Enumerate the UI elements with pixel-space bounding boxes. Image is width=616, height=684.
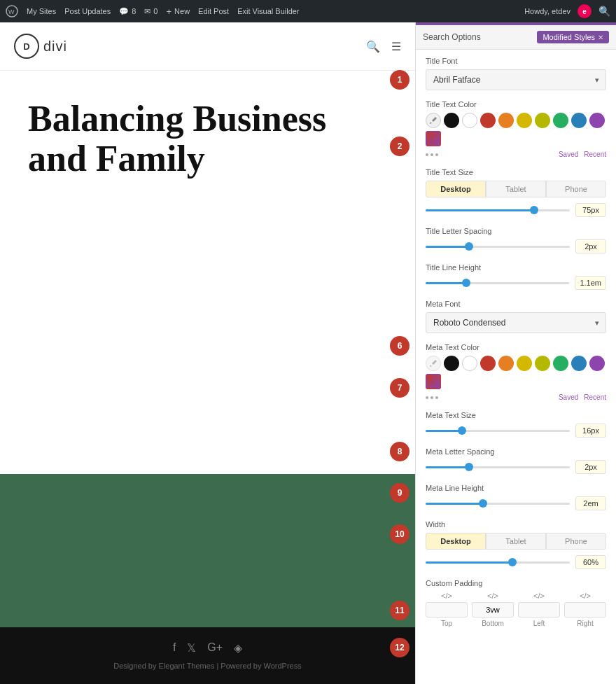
post-title: Balancing Business and Family (28, 99, 387, 179)
meta-font-select-wrapper[interactable]: Roboto Condensed Arial Georgia (426, 312, 606, 333)
width-value[interactable]: 60% (575, 555, 606, 569)
meta-recent-link[interactable]: Recent (584, 393, 606, 401)
site-menu-icon[interactable]: ☰ (391, 40, 401, 53)
meta-blue-swatch[interactable] (571, 356, 587, 371)
edit-post-item[interactable]: Edit Post (198, 7, 229, 15)
title-font-select[interactable]: Abril Fatface Arial Georgia (426, 69, 606, 90)
recent-link[interactable]: Recent (584, 151, 606, 158)
twitter-icon[interactable]: 𝕏 (187, 641, 196, 655)
logo-circle: D (14, 34, 39, 59)
meta-line-height-track[interactable] (426, 503, 570, 505)
facebook-icon[interactable]: f (173, 641, 176, 655)
width-track[interactable] (426, 561, 570, 564)
meta-letter-spacing-track[interactable] (426, 466, 570, 468)
red-swatch[interactable] (480, 113, 496, 128)
modified-styles-badge[interactable]: Modified Styles ✕ (537, 31, 609, 43)
meta-letter-spacing-thumb[interactable] (465, 463, 473, 471)
purple-swatch[interactable] (589, 113, 605, 128)
panel-body: Title Font Abril Fatface Arial Georgia T… (416, 50, 616, 684)
rss-icon[interactable]: ◈ (234, 641, 242, 655)
meta-size-track[interactable] (426, 430, 570, 432)
post-updates-item[interactable]: Post Updates (64, 7, 111, 15)
admin-bar: W My Sites Post Updates 💬 8 ✉ 0 + New Ed… (0, 0, 616, 22)
custom-padding-label: Custom Padding (426, 579, 606, 587)
padding-left-input[interactable] (518, 602, 560, 617)
title-letter-spacing-thumb[interactable] (465, 242, 473, 251)
googleplus-icon[interactable]: G+ (207, 641, 223, 655)
tab-desktop-width[interactable]: Desktop (426, 533, 486, 550)
title-line-height-track[interactable] (426, 282, 569, 284)
title-color-row (426, 113, 606, 146)
padding-right-input[interactable] (564, 602, 606, 617)
meta-color-dots (426, 396, 438, 399)
my-sites-item[interactable]: My Sites (27, 7, 56, 15)
search-modified-bar: Search Options Modified Styles ✕ (416, 25, 616, 50)
meta-line-height-value[interactable]: 2em (575, 496, 606, 510)
white-swatch[interactable] (462, 113, 477, 128)
title-size-slider-track[interactable] (426, 209, 570, 211)
eyedropper-swatch[interactable] (426, 113, 441, 128)
yellow-swatch[interactable] (517, 113, 532, 128)
meta-yellow-swatch[interactable] (517, 356, 532, 371)
padding-top-code-icon: </> (441, 592, 452, 600)
wp-logo-item[interactable]: W (6, 5, 18, 18)
tab-phone-width[interactable]: Phone (546, 533, 606, 550)
padding-bottom-cell: </> Bottom (472, 592, 514, 627)
blue-swatch[interactable] (571, 113, 587, 128)
exit-visual-builder-item[interactable]: Exit Visual Builder (237, 7, 299, 15)
meta-line-height-thumb[interactable] (479, 499, 487, 508)
messages-item[interactable]: ✉ 0 (144, 7, 158, 16)
meta-yellow2-swatch[interactable] (535, 356, 550, 371)
meta-gradient-swatch[interactable] (426, 374, 441, 389)
custom-padding-section: Custom Padding </> Top </> Bottom </> Le… (426, 579, 606, 627)
color-dots (426, 153, 438, 156)
title-line-height-value[interactable]: 1.1em (575, 276, 606, 290)
black-swatch[interactable] (444, 113, 459, 128)
padding-top-input[interactable] (426, 602, 468, 617)
meta-eyedropper-swatch[interactable] (426, 356, 441, 371)
site-search-icon[interactable]: 🔍 (366, 40, 380, 53)
title-letter-spacing-value[interactable]: 2px (575, 239, 606, 253)
meta-purple-swatch[interactable] (589, 356, 605, 371)
meta-line-height-section: Meta Line Height 2em (426, 484, 606, 510)
title-size-value[interactable]: 75px (575, 203, 606, 217)
title-font-select-wrapper[interactable]: Abril Fatface Arial Georgia (426, 69, 606, 90)
orange-swatch[interactable] (498, 113, 514, 128)
meta-size-value[interactable]: 16px (575, 424, 606, 438)
gradient-swatch[interactable] (426, 131, 441, 146)
meta-black-swatch[interactable] (444, 356, 459, 371)
padding-right-code-icon: </> (580, 592, 591, 600)
padding-top-label: Top (441, 620, 452, 627)
comments-count-item[interactable]: 💬 8 (119, 7, 136, 16)
search-icon[interactable]: 🔍 (598, 6, 610, 17)
tab-phone-title-size[interactable]: Phone (546, 181, 606, 197)
width-section: Width Desktop Tablet Phone 60% (426, 520, 606, 569)
modified-styles-close[interactable]: ✕ (598, 34, 603, 41)
step-6: 6 (390, 336, 410, 356)
yellow2-swatch[interactable] (535, 113, 550, 128)
title-line-height-label: Title Line Height (426, 263, 606, 272)
width-thumb[interactable] (508, 558, 517, 566)
tab-desktop-title-size[interactable]: Desktop (426, 181, 486, 197)
meta-orange-swatch[interactable] (498, 356, 514, 371)
tab-tablet-width[interactable]: Tablet (486, 533, 546, 550)
meta-size-thumb[interactable] (458, 426, 466, 435)
new-item[interactable]: + New (166, 6, 190, 17)
meta-saved-link[interactable]: Saved (559, 393, 578, 401)
green-swatch[interactable] (553, 113, 568, 128)
saved-link[interactable]: Saved (559, 151, 578, 158)
tab-tablet-title-size[interactable]: Tablet (486, 181, 546, 197)
meta-letter-spacing-value[interactable]: 2px (575, 460, 606, 474)
meta-red-swatch[interactable] (480, 356, 496, 371)
padding-top-cell: </> Top (426, 592, 468, 627)
meta-font-select[interactable]: Roboto Condensed Arial Georgia (426, 312, 606, 333)
padding-bottom-input[interactable] (472, 602, 514, 617)
title-letter-spacing-track[interactable] (426, 246, 570, 248)
width-tabs: Desktop Tablet Phone (426, 533, 606, 550)
meta-green-swatch[interactable] (553, 356, 568, 371)
padding-right-cell: </> Right (564, 592, 606, 627)
title-line-height-thumb[interactable] (462, 279, 470, 287)
meta-white-swatch[interactable] (462, 356, 477, 371)
saved-recent-title: Saved Recent (559, 151, 606, 158)
title-size-thumb[interactable] (530, 206, 538, 214)
